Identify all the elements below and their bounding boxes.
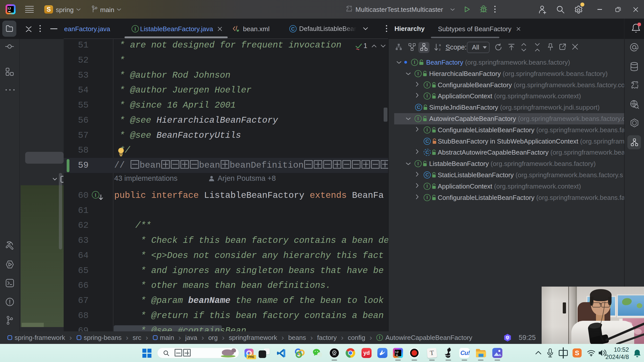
svg-text:a: a <box>439 43 441 47</box>
svg-text:z: z <box>439 48 441 51</box>
